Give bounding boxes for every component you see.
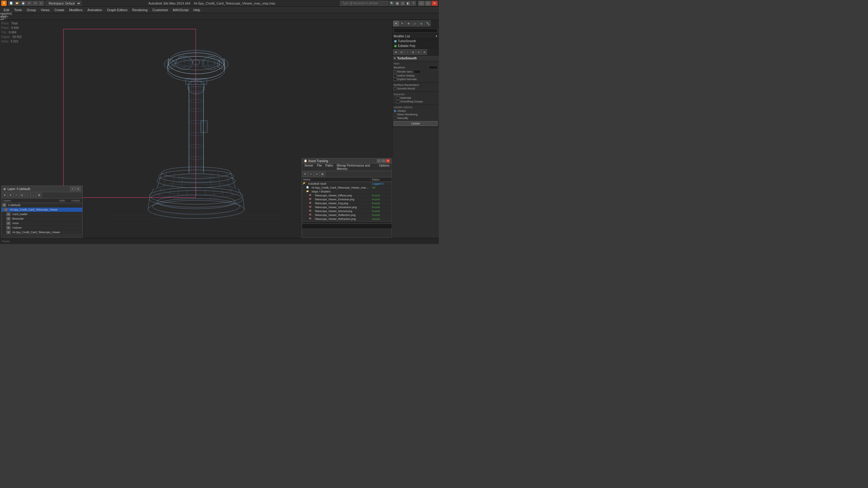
layer-panel-scrollbar[interactable] <box>1 235 82 238</box>
layer-new-btn[interactable]: ✦ <box>2 193 7 198</box>
ap-tb-refresh[interactable]: ↻ <box>303 172 308 176</box>
object-name-input[interactable]: Binocular <box>394 28 438 33</box>
layers-col-header: Layers <box>1 199 58 202</box>
menu-customize[interactable]: Customize <box>150 7 170 13</box>
asset-horizontal-scrollbar[interactable] <box>302 221 392 224</box>
menu-help[interactable]: Help <box>191 7 203 13</box>
hierarchy-panel-icon[interactable]: ⊕ <box>406 21 412 27</box>
asset-row-9-status: Found <box>371 218 392 221</box>
layer-options-btn[interactable]: ⚙ <box>36 193 42 198</box>
ap-menu-file[interactable]: File <box>315 164 323 171</box>
smoothing-groups-checkbox[interactable] <box>397 100 399 103</box>
iterations-input[interactable]: 0 <box>429 66 438 69</box>
create-panel-icon[interactable]: ✦ <box>393 21 399 27</box>
modifier-turbosmooth[interactable]: TurboSmooth <box>393 39 439 44</box>
transform-icon-4[interactable]: ⊗ <box>410 50 415 55</box>
asset-row-1[interactable]: 📄 Hi-Spy_Credit_Card_Telescope_Viewer_ma… <box>302 186 392 190</box>
menu-views[interactable]: Views <box>38 7 52 13</box>
layer-move-up-btn[interactable]: ↑ <box>25 193 30 198</box>
menu-maxscript[interactable]: MAXScript <box>170 7 191 13</box>
render-iters-checkbox[interactable] <box>394 70 396 73</box>
update-button[interactable]: Update <box>394 121 438 126</box>
search-option2-icon[interactable]: ◫ <box>400 1 405 6</box>
motion-panel-icon[interactable]: ▷ <box>412 21 418 27</box>
materials-checkbox[interactable] <box>397 97 399 99</box>
ap-tb-view-large[interactable]: ⊞ <box>320 172 325 176</box>
display-panel-icon[interactable]: ◎ <box>418 21 424 27</box>
layer-row-0[interactable]: ⊞ 0 (default) <box>1 203 82 207</box>
layer-help-button[interactable]: ? <box>70 187 75 191</box>
always-radio[interactable] <box>394 110 396 112</box>
smooth-result-checkbox[interactable] <box>394 87 396 90</box>
layer-row-5[interactable]: ◎ Column <box>1 226 82 230</box>
layer-row-3[interactable]: ◎ Binocular <box>1 217 82 221</box>
ap-menu-paths[interactable]: Paths <box>324 164 335 171</box>
save-icon[interactable]: 💾 <box>21 1 26 6</box>
menu-graph-editors[interactable]: Graph Editors <box>104 7 130 13</box>
update-options-section: Update Options Always When Rendering Man… <box>393 105 439 127</box>
asset-row-2[interactable]: 📁 Maps / Shaders <box>302 190 392 194</box>
redo-icon[interactable]: ↪ <box>33 1 38 6</box>
modify-panel-icon[interactable]: ✎ <box>399 21 405 27</box>
isoline-checkbox[interactable] <box>394 74 396 77</box>
asset-row-5[interactable]: 🖼 Telescope_Viewer_Fog.png Found <box>302 201 392 205</box>
layer-delete-btn[interactable]: ✕ <box>8 193 13 198</box>
transform-icon-6[interactable]: ⊘ <box>422 50 427 55</box>
maximize-button[interactable]: □ <box>425 1 431 6</box>
asset-row-6[interactable]: 🖼 Telescope_Viewer_Glossiness.png Found <box>302 205 392 209</box>
explicit-normals-checkbox[interactable] <box>394 78 396 81</box>
open-icon[interactable]: 📂 <box>14 1 20 6</box>
layer-add-btn[interactable]: + <box>13 193 19 198</box>
minimize-button[interactable]: ─ <box>418 1 424 6</box>
modifier-editable-poly[interactable]: Editable Poly <box>393 44 439 48</box>
asset-row-4[interactable]: 🖼 Telescope_Viewer_Emissive.png Found <box>302 198 392 201</box>
asset-row-7[interactable]: 🖼 Telescope_Viewer_Normal.png Found <box>302 209 392 213</box>
render-icon[interactable]: ▷ <box>38 1 44 6</box>
layer-close-button[interactable]: ✕ <box>76 187 81 191</box>
ap-menu-server[interactable]: Server <box>303 164 315 171</box>
search-option1-icon[interactable]: ▦ <box>395 1 400 6</box>
ap-tb-view-list[interactable]: ≡ <box>314 172 319 176</box>
layer-row-2[interactable]: ◎ Card_reader <box>1 212 82 217</box>
undo-icon[interactable]: ↩ <box>27 1 32 6</box>
turbosmooth-header[interactable]: ▼ TurboSmooth <box>393 56 439 61</box>
modifier-list-header[interactable]: Modifier List ▼ <box>393 34 439 39</box>
asset-row-8[interactable]: 🖼 Telescope_Viewer_Reflection.png Found <box>302 213 392 217</box>
ap-menu-bitmap[interactable]: Bitmap Performance and Memory <box>335 164 377 171</box>
layer-select-btn[interactable]: ⊡ <box>19 193 25 198</box>
workspace-dropdown[interactable]: Workspace: Default <box>46 1 82 6</box>
svg-point-50 <box>189 80 204 87</box>
when-rendering-radio[interactable] <box>394 113 396 116</box>
ap-tb-add[interactable]: + <box>308 172 314 176</box>
asset-row-3[interactable]: 🖼 Telescope_Viewer_Diffuse.png Found <box>302 194 392 198</box>
new-icon[interactable]: 📄 <box>8 1 14 6</box>
transform-icon-5[interactable]: ⊙ <box>416 50 421 55</box>
transform-icon-3[interactable]: ↕ <box>404 50 410 55</box>
asset-row-0[interactable]: 🔑 Autodesk Vault Logged O <box>302 182 392 186</box>
transform-icon-1[interactable]: ⊞ <box>393 50 398 55</box>
asset-panel-minimize-button[interactable]: ─ <box>377 159 381 163</box>
layer-move-down-btn[interactable]: ↓ <box>31 193 36 198</box>
transform-icon-2[interactable]: ⊡ <box>399 50 404 55</box>
ap-menu-options[interactable]: Options <box>377 164 391 171</box>
menu-modifiers[interactable]: Modifiers <box>67 7 85 13</box>
asset-row-9[interactable]: 🖼 Telescope_Viewer_Refraction.png Found <box>302 217 392 221</box>
menu-tools[interactable]: Tools <box>12 7 24 13</box>
menu-rendering[interactable]: Rendering <box>130 7 150 13</box>
search-input[interactable] <box>340 1 388 6</box>
menu-create[interactable]: Create <box>52 7 67 13</box>
layer-row-4[interactable]: ◎ Arms <box>1 221 82 226</box>
menu-animation[interactable]: Animation <box>85 7 104 13</box>
close-button[interactable]: ✕ <box>432 1 438 6</box>
layer-row-6[interactable]: ◎ Hi-Spy_Credit_Card_Telescope_Viewer <box>1 230 82 235</box>
search-option3-icon[interactable]: ◧ <box>406 1 410 6</box>
layer-row-1[interactable]: ◎ Hi-Spy_Credit_Card_Telescope_Viewer <box>1 207 82 212</box>
asset-panel-close-button[interactable]: ✕ <box>386 159 390 163</box>
utilities-panel-icon[interactable]: 🔧 <box>425 21 431 27</box>
menu-group[interactable]: Group <box>24 7 38 13</box>
search-submit-icon[interactable]: 🔍 <box>390 1 394 6</box>
help-icon[interactable]: ? <box>411 1 416 6</box>
manually-radio[interactable] <box>394 117 396 120</box>
render-iters-input[interactable]: 2 <box>414 70 421 73</box>
asset-panel-maximize-button[interactable]: □ <box>381 159 385 163</box>
